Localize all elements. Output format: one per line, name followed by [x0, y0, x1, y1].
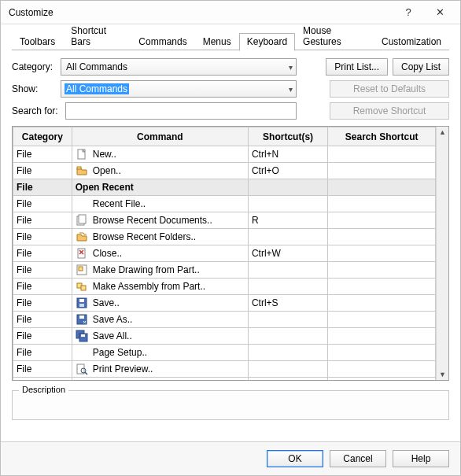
cell-command: Make Assembly from Part..: [72, 279, 248, 295]
category-combo[interactable]: All Commands ▾: [61, 58, 297, 76]
cell-shortcut: R: [248, 212, 327, 229]
tab-keyboard[interactable]: Keyboard: [239, 33, 295, 51]
table-row[interactable]: FilePrint..Ctrl+P: [13, 378, 436, 381]
search-input[interactable]: [65, 102, 297, 120]
tab-toolbars[interactable]: Toolbars: [12, 33, 63, 50]
table-row[interactable]: FileOpen Recent: [13, 179, 436, 196]
help-icon[interactable]: ?: [393, 4, 424, 21]
commands-table: Category Command Shortcut(s) Search Shor…: [13, 127, 436, 380]
cancel-button[interactable]: Cancel: [330, 450, 386, 467]
cell-search-shortcut: [328, 146, 436, 163]
svg-rect-4: [79, 215, 86, 223]
close-icon: [76, 247, 88, 260]
reset-defaults-button[interactable]: Reset to Defaults: [330, 80, 449, 98]
th-category[interactable]: Category: [13, 127, 72, 146]
table-row[interactable]: FileNew..Ctrl+N: [13, 146, 436, 163]
command-text: Make Drawing from Part..: [93, 264, 200, 275]
table-row[interactable]: FileClose..Ctrl+W: [13, 245, 436, 262]
svg-rect-19: [81, 334, 85, 337]
tab-customization[interactable]: Customization: [374, 33, 449, 50]
cell-command: Save All..: [72, 328, 248, 345]
cell-category: File: [13, 262, 72, 279]
map-icon: [76, 280, 88, 293]
cell-search-shortcut: [328, 212, 436, 229]
cell-shortcut: [248, 179, 327, 196]
svg-rect-16: [79, 315, 84, 319]
titlebar: Customize ? ✕: [1, 1, 460, 24]
scroll-up-icon[interactable]: ▲: [439, 128, 446, 136]
table-row[interactable]: FileSave All..: [13, 328, 436, 345]
tab-commands[interactable]: Commands: [131, 33, 194, 50]
tab-menus[interactable]: Menus: [195, 33, 239, 50]
cell-category: File: [13, 212, 72, 229]
tab-mouse-gestures[interactable]: Mouse Gestures: [295, 22, 374, 50]
cell-shortcut: [248, 196, 327, 212]
command-text: Close..: [93, 248, 122, 259]
cell-category: File: [13, 146, 72, 163]
table-row[interactable]: FileMake Drawing from Part..: [13, 262, 436, 279]
table-row[interactable]: FilePage Setup..: [13, 345, 436, 361]
table-row[interactable]: FileMake Assembly from Part..: [13, 279, 436, 295]
command-text: New..: [93, 149, 116, 160]
scroll-down-icon[interactable]: ▼: [439, 371, 446, 378]
table-row[interactable]: FilePrint Preview..: [13, 361, 436, 378]
table-row[interactable]: FileSave As..: [13, 312, 436, 328]
tabstrip: ToolbarsShortcut BarsCommandsMenusKeyboa…: [1, 24, 460, 50]
cell-command: Save..: [72, 295, 248, 312]
svg-rect-2: [77, 167, 81, 169]
cell-search-shortcut: [328, 196, 436, 212]
print-list-button[interactable]: Print List...: [326, 58, 388, 76]
customize-dialog: Customize ? ✕ ToolbarsShortcut BarsComma…: [0, 0, 461, 476]
cell-search-shortcut: [328, 345, 436, 361]
cell-command: Close..: [72, 245, 248, 262]
vertical-scrollbar[interactable]: ▲ ▼: [436, 127, 448, 380]
cell-shortcut: Ctrl+N: [248, 146, 327, 163]
table-header-row: Category Command Shortcut(s) Search Shor…: [13, 127, 436, 146]
category-label: Category:: [12, 61, 56, 72]
th-command[interactable]: Command: [72, 127, 248, 146]
cell-category: File: [13, 229, 72, 245]
cell-shortcut: Ctrl+P: [248, 378, 327, 381]
table-row[interactable]: FileBrowse Recent Documents..R: [13, 212, 436, 229]
new-icon: [76, 148, 88, 161]
ok-button[interactable]: OK: [267, 450, 323, 467]
command-text: Make Assembly from Part..: [93, 281, 205, 292]
cell-search-shortcut: [328, 361, 436, 378]
cell-shortcut: [248, 312, 327, 328]
cell-category: File: [13, 295, 72, 312]
table-row[interactable]: FileSave..Ctrl+S: [13, 295, 436, 312]
table-row[interactable]: FileBrowse Recent Folders..: [13, 229, 436, 245]
cell-command: Open..: [72, 163, 248, 179]
cell-category: File: [13, 312, 72, 328]
cell-shortcut: [248, 262, 327, 279]
cell-search-shortcut: [328, 279, 436, 295]
cell-search-shortcut: [328, 163, 436, 179]
command-text: Browse Recent Folders..: [93, 231, 196, 242]
show-value: All Commands: [65, 83, 129, 94]
svg-rect-11: [81, 286, 86, 290]
cell-command: Page Setup..: [72, 345, 248, 361]
command-text: Save All..: [93, 330, 132, 341]
cell-category: File: [13, 163, 72, 179]
table-row[interactable]: FileRecent File..: [13, 196, 436, 212]
row-search: Search for: Remove Shortcut: [12, 102, 449, 120]
cell-category: File: [13, 361, 72, 378]
cell-search-shortcut: [328, 328, 436, 345]
dialog-title: Customize: [9, 7, 393, 18]
th-search-shortcut[interactable]: Search Shortcut: [328, 127, 436, 146]
close-icon[interactable]: ✕: [424, 4, 455, 21]
svg-rect-9: [79, 267, 83, 271]
cell-command: New..: [72, 146, 248, 163]
copy-list-button[interactable]: Copy List: [393, 58, 449, 76]
help-button[interactable]: Help: [393, 450, 449, 467]
cell-shortcut: Ctrl+O: [248, 163, 327, 179]
dialog-footer: OK Cancel Help: [1, 441, 460, 475]
th-shortcuts[interactable]: Shortcut(s): [248, 127, 327, 146]
svg-rect-13: [79, 299, 84, 302]
table-row[interactable]: FileOpen..Ctrl+O: [13, 163, 436, 179]
command-text: Open..: [93, 165, 121, 176]
show-combo[interactable]: All Commands ▾: [61, 80, 297, 98]
remove-shortcut-button[interactable]: Remove Shortcut: [330, 102, 449, 120]
tab-shortcut-bars[interactable]: Shortcut Bars: [63, 22, 131, 50]
description-label: Description: [19, 385, 68, 394]
